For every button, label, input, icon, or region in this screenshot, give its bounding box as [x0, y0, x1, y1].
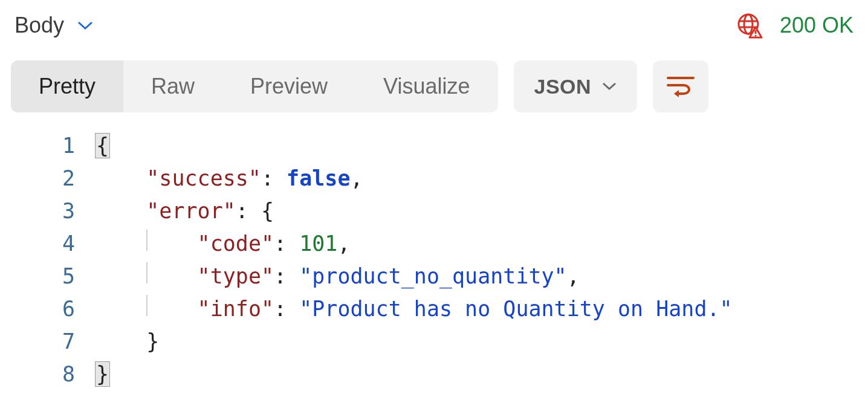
- format-select[interactable]: JSON: [514, 60, 638, 112]
- json-key-success: "success": [146, 166, 261, 190]
- json-key-type: "type": [198, 264, 274, 288]
- line-number: 8: [11, 358, 96, 390]
- code-line: 5 "type": "product_no_quantity",: [11, 260, 857, 293]
- wrap-lines-button[interactable]: [653, 60, 708, 112]
- body-dropdown[interactable]: Body: [15, 13, 93, 38]
- wrap-icon: [667, 74, 695, 99]
- code-line: 6 "info": "Product has no Quantity on Ha…: [11, 293, 857, 325]
- tab-visualize[interactable]: Visualize: [355, 60, 497, 112]
- header-right: 200 OK: [736, 12, 853, 39]
- line-number: 2: [11, 162, 96, 195]
- line-number: 5: [11, 260, 96, 293]
- svg-point-3: [754, 34, 756, 36]
- code-line: 8 }: [11, 358, 857, 390]
- globe-warning-icon[interactable]: [736, 12, 763, 39]
- code-line: 7 }: [11, 325, 857, 358]
- chevron-down-icon: [602, 82, 617, 91]
- format-label: JSON: [534, 75, 592, 99]
- json-value-101: 101: [299, 231, 337, 256]
- tab-pretty[interactable]: Pretty: [11, 60, 123, 112]
- code-line: 3 "error": {: [11, 195, 857, 227]
- tab-preview[interactable]: Preview: [222, 60, 355, 112]
- line-number: 3: [11, 195, 96, 227]
- svg-point-1: [744, 15, 753, 34]
- code-line: 1 {: [11, 129, 857, 162]
- json-key-error: "error": [146, 199, 236, 223]
- line-number: 4: [11, 227, 96, 260]
- code-line: 4 "code": 101,: [11, 227, 857, 260]
- json-key-info: "info": [198, 297, 274, 321]
- status-code: 200 OK: [780, 13, 853, 38]
- line-number: 6: [11, 293, 96, 325]
- json-value-false: false: [287, 166, 350, 190]
- brace-open: {: [96, 134, 109, 158]
- response-header: Body 200 OK: [11, 12, 857, 39]
- code-line: 2 "success": false,: [11, 162, 857, 195]
- tab-raw[interactable]: Raw: [123, 60, 222, 112]
- json-value-info: "Product has no Quantity on Hand.": [299, 297, 732, 321]
- response-body-code[interactable]: 1 { 2 "success": false, 3 "error": { 4 "…: [11, 129, 857, 390]
- line-number: 7: [11, 325, 96, 358]
- brace-close: }: [96, 362, 109, 386]
- view-tabs: Pretty Raw Preview Visualize: [11, 60, 498, 112]
- json-value-type: "product_no_quantity": [299, 264, 567, 288]
- chevron-down-icon: [77, 21, 93, 30]
- line-number: 1: [11, 129, 96, 162]
- body-label: Body: [15, 13, 64, 38]
- json-key-code: "code": [198, 231, 274, 256]
- response-toolbar: Pretty Raw Preview Visualize JSON: [11, 60, 857, 112]
